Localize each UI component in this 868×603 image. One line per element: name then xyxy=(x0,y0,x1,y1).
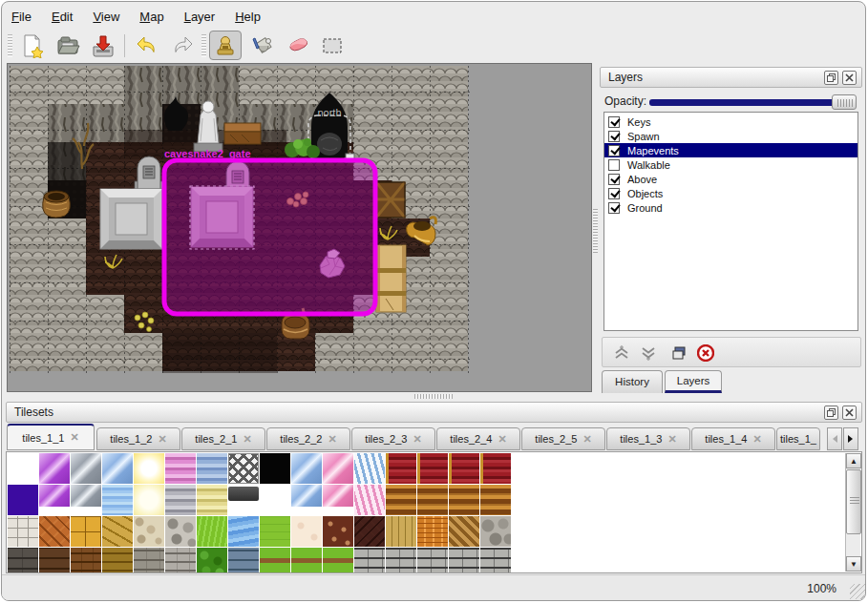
layer-checkbox[interactable] xyxy=(608,202,620,214)
close-tab-icon[interactable]: ✕ xyxy=(667,433,676,446)
tileset-tab-tiles_1_2[interactable]: tiles_1_2✕ xyxy=(96,427,180,450)
tile-glass-pink[interactable] xyxy=(323,453,353,484)
close-tab-icon[interactable]: ✕ xyxy=(752,433,761,446)
tile-planks-brown[interactable] xyxy=(386,485,416,515)
scrollbar-thumb[interactable] xyxy=(846,469,861,534)
tile-glass-purple[interactable] xyxy=(39,453,70,484)
tileset-tab-tiles_1_3[interactable]: tiles_1_3✕ xyxy=(606,427,690,450)
tileset-tab-tiles_1_1[interactable]: tiles_1_1✕ xyxy=(7,424,95,450)
tile-wall-dark[interactable] xyxy=(8,548,38,573)
close-tab-icon[interactable]: ✕ xyxy=(70,431,78,444)
tile-glass-pink[interactable] xyxy=(323,485,353,507)
tile-stones-gray[interactable] xyxy=(165,516,196,547)
tile-planks-tan[interactable] xyxy=(386,516,416,547)
open-map-button[interactable] xyxy=(53,32,82,59)
tab-layers[interactable]: Layers xyxy=(665,370,722,393)
layer-row-objects[interactable]: Objects xyxy=(604,186,857,200)
tile-water-deep[interactable] xyxy=(228,516,259,547)
tile-planks-brown[interactable] xyxy=(449,485,479,515)
layer-move-up-button[interactable] xyxy=(610,342,633,364)
layer-row-above[interactable]: Above xyxy=(604,172,857,186)
tileset-tab-tiles_2_5[interactable]: tiles_2_5✕ xyxy=(521,427,605,450)
horizontal-splitter[interactable] xyxy=(414,394,453,399)
close-tab-icon[interactable]: ✕ xyxy=(243,433,251,446)
select-tool-button[interactable] xyxy=(318,32,347,59)
tileset-tab-tiles_1_4[interactable]: tiles_1_4✕ xyxy=(691,427,775,450)
tile-glass-blue[interactable] xyxy=(291,453,322,484)
eraser-tool-button[interactable] xyxy=(283,32,311,59)
tile-grass-flat[interactable] xyxy=(260,516,290,547)
map-canvas[interactable]: north cavesnake2_gate xyxy=(10,66,470,373)
toolbar-grip[interactable] xyxy=(8,34,12,57)
tile-grass-flowers[interactable] xyxy=(260,548,290,573)
layer-checkbox[interactable] xyxy=(608,159,620,171)
tile-wall-brick[interactable] xyxy=(71,548,101,573)
tile-wall-stone[interactable] xyxy=(134,548,164,573)
tile-white[interactable] xyxy=(260,485,290,515)
fill-tool-button[interactable] xyxy=(247,32,276,59)
tile-hedge[interactable] xyxy=(197,548,227,573)
tile-glass-gray[interactable] xyxy=(71,453,101,484)
tile-carpet-red[interactable] xyxy=(386,453,416,484)
tile-lattice[interactable] xyxy=(228,453,259,484)
stamp-tool-button[interactable] xyxy=(209,31,242,60)
tile-plaque[interactable] xyxy=(228,487,259,501)
tile-pebbles-tan[interactable] xyxy=(134,516,164,547)
tile-zigzag-pink[interactable] xyxy=(354,485,385,515)
tile-glass-blue[interactable] xyxy=(102,453,133,484)
tile-brick-gray[interactable] xyxy=(480,548,511,573)
tile-brick-gray[interactable] xyxy=(386,548,416,573)
menu-file[interactable]: File xyxy=(11,10,32,24)
menu-layer[interactable]: Layer xyxy=(184,10,216,24)
resize-grip[interactable] xyxy=(850,584,865,599)
redo-button[interactable] xyxy=(168,32,197,59)
menu-map[interactable]: Map xyxy=(139,10,163,24)
tile-stone-gold[interactable] xyxy=(102,516,133,547)
tile-brick-gray[interactable] xyxy=(417,548,448,573)
tile-carpet-red[interactable] xyxy=(480,453,511,484)
menu-help[interactable]: Help xyxy=(235,10,261,24)
tile-black[interactable] xyxy=(260,453,290,484)
float-tilesets-button[interactable] xyxy=(824,405,838,420)
tile-shingles-dark[interactable] xyxy=(354,516,385,547)
tileset-tab-tiles_2_3[interactable]: tiles_2_3✕ xyxy=(351,427,435,450)
tile-stripes-yellow[interactable] xyxy=(197,485,227,515)
tile-tiles-gold[interactable] xyxy=(71,516,101,547)
tile-wall-blue[interactable] xyxy=(228,548,259,573)
layer-checkbox[interactable] xyxy=(608,174,620,185)
close-tilesets-button[interactable] xyxy=(842,405,857,420)
tile-carpet-red[interactable] xyxy=(449,453,479,484)
tile-stripes-pink[interactable] xyxy=(165,453,196,484)
tile-glass-purple[interactable] xyxy=(39,485,70,507)
toolbar-grip-2[interactable] xyxy=(201,34,206,57)
close-tab-icon[interactable]: ✕ xyxy=(498,433,506,446)
tileset-palette[interactable]: ▲ ▼ xyxy=(6,451,862,573)
tileset-tab-tiles_2_4[interactable]: tiles_2_4✕ xyxy=(436,427,520,450)
float-panel-button[interactable] xyxy=(824,71,838,85)
palette-scrollbar[interactable]: ▲ ▼ xyxy=(845,453,860,572)
tile-brick-gray[interactable] xyxy=(354,548,385,573)
tile-stripes-blue[interactable] xyxy=(197,453,227,484)
undo-button[interactable] xyxy=(133,32,161,59)
menu-view[interactable]: View xyxy=(93,10,119,24)
layer-row-walkable[interactable]: Walkable xyxy=(604,157,857,172)
new-map-button[interactable] xyxy=(18,32,47,59)
tile-carpet-red[interactable] xyxy=(417,453,448,484)
tab-scroll-right[interactable] xyxy=(843,427,858,450)
close-panel-button[interactable] xyxy=(842,71,857,85)
layer-row-mapevents[interactable]: Mapevents xyxy=(604,143,857,157)
tile-grass-flowers[interactable] xyxy=(291,548,322,573)
vertical-splitter[interactable] xyxy=(593,209,598,253)
layer-move-down-button[interactable] xyxy=(637,342,660,364)
tile-wall-brick-gray[interactable] xyxy=(165,548,196,573)
layer-checkbox[interactable] xyxy=(608,116,620,128)
tile-weave-orange[interactable] xyxy=(417,516,448,547)
close-tab-icon[interactable]: ✕ xyxy=(328,433,336,446)
tile-herringbone[interactable] xyxy=(449,516,479,547)
layer-row-keys[interactable]: Keys xyxy=(604,114,857,129)
tab-history[interactable]: History xyxy=(602,370,663,393)
opacity-slider-handle[interactable] xyxy=(832,94,857,110)
tile-cream[interactable] xyxy=(291,516,322,547)
layer-duplicate-button[interactable] xyxy=(667,342,690,364)
tile-indigo[interactable] xyxy=(8,485,38,515)
